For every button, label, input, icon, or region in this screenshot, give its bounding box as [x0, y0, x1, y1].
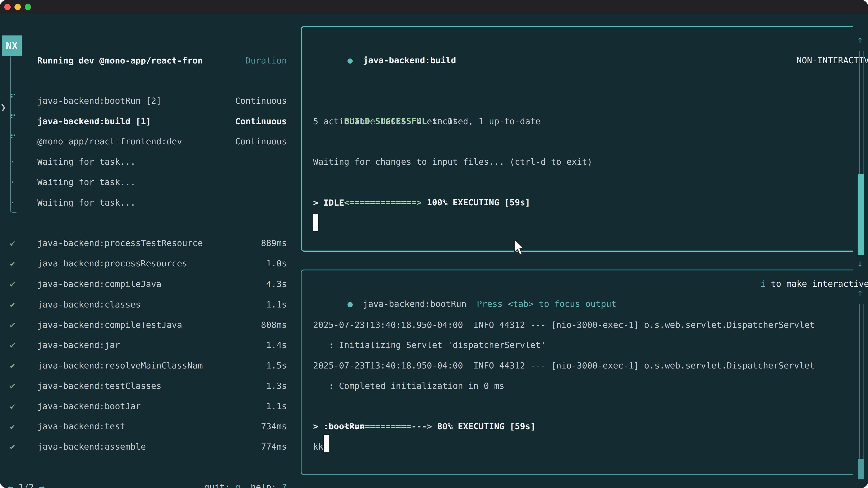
- build-panel-mode: NON-INTERACTIVE: [761, 30, 868, 50]
- log-line: 2025-07-23T13:40:18.950-04:00 INFO 44312…: [313, 315, 815, 335]
- bootrun-panel-title: java-backend:bootRun: [363, 299, 467, 309]
- idle-line: > IDLE: [313, 193, 344, 213]
- task-row[interactable]: ✔ java-backend:processTestResource 889ms: [0, 233, 287, 253]
- terminal-cursor: [324, 435, 329, 452]
- task-row[interactable]: · Waiting for task...: [0, 172, 287, 192]
- quit-key[interactable]: q: [235, 482, 240, 488]
- run-title: Running dev @mono-app/react-fron: [37, 51, 203, 71]
- task-duration: 734ms: [261, 416, 287, 436]
- task-status: Continuous: [235, 111, 287, 131]
- bootrun-progress-line: <<<==========---> 80% EXECUTING [59s]: [313, 396, 535, 416]
- task-row[interactable]: ✔ java-backend:compileJava 4.3s: [0, 274, 287, 294]
- maximize-window-button[interactable]: [25, 4, 31, 10]
- task-status: Continuous: [235, 91, 287, 111]
- pager: ← 1/2 →: [7, 477, 45, 488]
- task-label: java-backend:jar: [37, 335, 120, 355]
- task-label: java-backend:test: [37, 416, 125, 436]
- mouse-cursor: [514, 239, 527, 256]
- task-duration: 4.3s: [266, 274, 287, 294]
- scrollbar-thumb[interactable]: [858, 174, 864, 255]
- waiting-dot-icon: ·: [10, 152, 15, 172]
- spinner-icon: ⠋: [10, 88, 16, 108]
- task-row[interactable]: ⠋ @mono-app/react-frontend:dev Continuou…: [0, 131, 287, 152]
- nx-tui: NX ❯ Running dev @mono-app/react-fron Du…: [0, 14, 868, 488]
- task-label: java-backend:bootRun [2]: [37, 91, 161, 111]
- scroll-up-icon[interactable]: ↑: [857, 283, 863, 303]
- task-label: Waiting for task...: [37, 172, 135, 192]
- check-icon: ✔: [10, 315, 15, 335]
- task-label: java-backend:compileTestJava: [37, 315, 182, 335]
- non-interactive-label: NON-INTERACTIVE: [792, 55, 868, 65]
- task-row[interactable]: · Waiting for task...: [0, 152, 287, 172]
- progress-status: 100% EXECUTING [59s]: [422, 197, 530, 207]
- check-icon: ✔: [10, 274, 15, 294]
- task-row[interactable]: ✔ java-backend:bootJar 1.1s: [0, 396, 287, 416]
- log-line: 2025-07-23T13:40:18.950-04:00 INFO 44312…: [313, 355, 815, 376]
- footer-bar: ← 1/2 → quit: q help: ?: [0, 477, 287, 488]
- check-icon: ✔: [10, 436, 15, 457]
- check-icon: ✔: [10, 376, 15, 396]
- check-icon: ✔: [10, 233, 15, 253]
- close-window-button[interactable]: [4, 4, 11, 10]
- task-row[interactable]: ✔ java-backend:processResources 1.0s: [0, 253, 287, 273]
- bootrun-panel-header: ● java-backend:bootRun Press <tab> to fo…: [311, 273, 621, 294]
- bootrun-task-line: > :bootRun: [313, 416, 365, 436]
- terminal-window: NX ❯ Running dev @mono-app/react-fron Du…: [0, 0, 868, 488]
- task-duration: 1.1s: [266, 294, 287, 315]
- build-panel-title: java-backend:build: [363, 55, 456, 65]
- help-label: help:: [251, 482, 276, 488]
- panel-dot-icon: ●: [347, 299, 352, 309]
- task-label: java-backend:processResources: [37, 253, 187, 273]
- task-label: java-backend:compileJava: [37, 274, 161, 294]
- task-row[interactable]: ✔ java-backend:resolveMainClassNam 1.5s: [0, 355, 287, 376]
- progress-bar: ==========: [360, 421, 411, 431]
- task-duration: 1.3s: [266, 376, 287, 396]
- task-row[interactable]: ✔ java-backend:classes 1.1s: [0, 294, 287, 315]
- scroll-up-icon[interactable]: ↑: [857, 30, 863, 50]
- titlebar: [0, 0, 868, 14]
- help-key[interactable]: ?: [282, 482, 287, 488]
- task-row[interactable]: ⠋ java-backend:bootRun [2] Continuous: [0, 91, 287, 111]
- task-row[interactable]: ✔ java-backend:compileTestJava 808ms: [0, 315, 287, 335]
- task-row[interactable]: · Waiting for task...: [0, 193, 287, 213]
- task-list-header: Running dev @mono-app/react-fron Duratio…: [0, 51, 287, 71]
- task-label: Waiting for task...: [37, 152, 135, 172]
- next-page-arrow-icon[interactable]: →: [39, 482, 45, 488]
- build-progress-line: <=============> 100% EXECUTING [59s]: [313, 172, 530, 192]
- task-row[interactable]: ✔ java-backend:assemble 774ms: [0, 436, 287, 457]
- build-panel-header: ● java-backend:build: [311, 30, 461, 50]
- spinner-icon: ⠋: [10, 128, 16, 149]
- waiting-dot-icon: ·: [10, 172, 15, 192]
- task-duration: 1.0s: [266, 253, 287, 273]
- task-status: Continuous: [235, 131, 287, 152]
- panel-dot-icon: ●: [347, 55, 352, 65]
- prev-page-arrow-icon[interactable]: ←: [7, 482, 13, 488]
- task-label: java-backend:classes: [37, 294, 141, 315]
- task-row[interactable]: ✔ java-backend:test 734ms: [0, 416, 287, 436]
- stdin-input-text[interactable]: kk: [313, 436, 323, 457]
- task-duration: 1.1s: [266, 396, 287, 416]
- task-row[interactable]: ✔ java-backend:jar 1.4s: [0, 335, 287, 355]
- scrollbar-thumb[interactable]: [858, 459, 864, 480]
- task-label: Waiting for task...: [37, 193, 135, 213]
- check-icon: ✔: [10, 253, 15, 273]
- task-label: java-backend:assemble: [37, 436, 146, 457]
- pager-label: 1/2: [18, 482, 34, 488]
- check-icon: ✔: [10, 396, 15, 416]
- check-icon: ✔: [10, 294, 15, 315]
- check-icon: ✔: [10, 416, 15, 436]
- quit-label: quit:: [204, 482, 230, 488]
- task-row[interactable]: ✔ java-backend:testClasses 1.3s: [0, 376, 287, 396]
- focus-output-hint: Press <tab> to focus output: [477, 299, 616, 309]
- scrollbar-track[interactable]: [859, 304, 864, 479]
- scroll-down-icon[interactable]: ↓: [857, 253, 863, 273]
- task-label: java-backend:testClasses: [37, 376, 161, 396]
- task-row-selected[interactable]: ⠋ java-backend:build [1] Continuous: [0, 111, 287, 131]
- scroll-down-icon[interactable]: ↓: [857, 480, 863, 488]
- progress-suffix: --->: [411, 421, 432, 431]
- build-result-line: BUILD SUCCESSFUL in 1s: [313, 91, 458, 111]
- check-icon: ✔: [10, 335, 15, 355]
- spinner-icon: ⠋: [10, 108, 16, 128]
- task-label: java-backend:resolveMainClassNam: [37, 355, 203, 376]
- minimize-window-button[interactable]: [14, 4, 21, 10]
